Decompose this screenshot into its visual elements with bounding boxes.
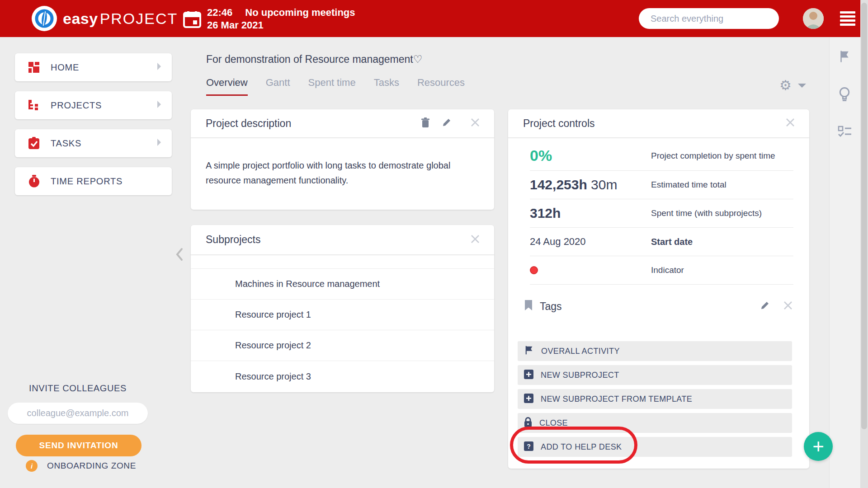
action-add-to-help-desk[interactable]: ? ADD TO HELP DESK (518, 437, 792, 457)
easy-project-logo[interactable]: easyPROJECT (32, 6, 178, 31)
stat-row-spent: 312h Spent time (with subprojects) (530, 199, 793, 228)
completion-value: 0% (530, 147, 651, 164)
project-action-list: OVERALL ACTIVITY NEW SUBPROJECT NEW SUBP… (518, 341, 792, 461)
tags-section-header: Tags (524, 300, 793, 313)
stat-row-completion: 0% Project completion by spent time (530, 138, 793, 171)
indicator-dot (530, 266, 651, 274)
collapse-sidebar-chevron[interactable] (175, 248, 184, 263)
card-title: Project description (206, 117, 291, 130)
gear-icon[interactable]: ⚙ (779, 79, 792, 92)
trash-icon[interactable] (421, 117, 430, 130)
projects-tree-icon (27, 99, 41, 111)
chevron-right-icon (156, 100, 162, 110)
brand-text: easyPROJECT (63, 10, 178, 28)
project-description-card: Project description A simple project por… (191, 109, 494, 210)
chevron-right-icon (156, 62, 162, 72)
project-description-text: A simple project portfolio with long tas… (191, 138, 494, 188)
stopwatch-icon (27, 175, 41, 188)
card-header: Subprojects (191, 225, 494, 255)
tab-resources[interactable]: Resources (417, 77, 465, 96)
page-scrollbar[interactable] (860, 0, 868, 488)
favorite-heart-icon[interactable]: ♡ (413, 53, 423, 65)
meetings-status: No upcoming meetings (245, 7, 355, 18)
tab-spent-time[interactable]: Spent time (308, 77, 356, 96)
caret-down-icon[interactable] (798, 84, 806, 88)
hamburger-menu-icon[interactable] (840, 11, 855, 28)
svg-text:?: ? (527, 442, 531, 450)
scrollbar-thumb[interactable] (861, 3, 867, 429)
search-input[interactable] (639, 8, 779, 29)
subproject-link[interactable]: Machines in Resource management (191, 269, 494, 300)
sidebar-item-label: TASKS (51, 138, 81, 149)
sidebar-item-label: PROJECTS (51, 100, 102, 111)
right-tool-rail (829, 37, 860, 488)
subproject-link[interactable]: Resource project 2 (191, 330, 494, 361)
sidebar-item-home[interactable]: HOME (15, 53, 172, 81)
close-icon[interactable] (783, 300, 793, 313)
current-date: 26 Mar 2021 (207, 19, 355, 32)
user-avatar[interactable] (803, 8, 824, 29)
close-icon[interactable] (470, 234, 481, 246)
plus-square-icon (524, 394, 533, 405)
estimated-value: 142,253h 30m (530, 177, 651, 192)
action-new-subproject-from-template[interactable]: NEW SUBPROJECT FROM TEMPLATE (518, 389, 792, 409)
subprojects-card: Subprojects Machines in Resource managem… (191, 225, 494, 392)
lock-icon (524, 417, 532, 429)
project-tabs: Overview Gantt Spent time Tasks Resource… (206, 77, 465, 96)
close-icon[interactable] (470, 117, 481, 130)
top-header-bar: easyPROJECT 22:46No upcoming meetings 26… (0, 0, 860, 37)
flag-icon (524, 345, 534, 357)
brand-project: PROJECT (100, 10, 178, 27)
sidebar-item-tasks[interactable]: TASKS (15, 129, 172, 157)
spacer (191, 255, 494, 269)
bookmark-icon (524, 300, 533, 313)
edit-pencil-icon[interactable] (760, 300, 770, 312)
current-time: 22:46 (207, 7, 232, 18)
invite-email-field[interactable] (8, 403, 148, 424)
completion-label: Project completion by spent time (651, 151, 775, 161)
estimated-label: Estimated time total (651, 180, 726, 190)
tags-title: Tags (540, 300, 562, 313)
edit-pencil-icon[interactable] (442, 117, 452, 129)
sidebar-item-label: TIME REPORTS (51, 176, 123, 187)
action-close-project[interactable]: CLOSE (518, 413, 792, 433)
checklist-icon[interactable] (838, 126, 852, 140)
action-overall-activity[interactable]: OVERALL ACTIVITY (518, 341, 792, 361)
page-title: For demonstration of Resource management… (206, 53, 422, 66)
card-title: Project controls (523, 117, 595, 130)
project-controls-card: Project controls 0% Project completion b… (508, 109, 809, 469)
tab-gantt[interactable]: Gantt (266, 77, 290, 96)
start-date-label: Start date (651, 237, 693, 247)
lightbulb-icon[interactable] (838, 87, 851, 104)
project-title-text: For demonstration of Resource management (206, 53, 413, 65)
sidebar-item-label: HOME (51, 62, 79, 73)
subproject-link[interactable]: Resource project 3 (191, 361, 494, 392)
calendar-icon[interactable] (183, 11, 201, 30)
clock-meetings-block[interactable]: 22:46No upcoming meetings 26 Mar 2021 (207, 6, 355, 32)
home-dashboard-icon (27, 61, 41, 73)
question-square-icon: ? (524, 441, 533, 453)
onboarding-zone-label: ONBOARDING ZONE (47, 461, 136, 471)
red-indicator-icon (530, 266, 538, 274)
send-invitation-button[interactable]: SEND INVITATION (16, 435, 142, 456)
card-title: Subprojects (206, 234, 260, 246)
start-date-value: 24 Aug 2020 (530, 236, 651, 248)
action-new-subproject[interactable]: NEW SUBPROJECT (518, 365, 792, 385)
page-settings-control[interactable]: ⚙ (779, 79, 806, 92)
card-header: Project controls (508, 109, 809, 138)
stat-row-start-date: 24 Aug 2020 Start date (530, 228, 793, 256)
sidebar-item-projects[interactable]: PROJECTS (15, 91, 172, 119)
add-fab-button[interactable]: + (804, 432, 833, 461)
tab-tasks[interactable]: Tasks (374, 77, 399, 96)
stat-row-estimated: 142,253h 30m Estimated time total (530, 171, 793, 199)
info-icon: i (26, 460, 38, 472)
subproject-link[interactable]: Resource project 1 (191, 300, 494, 330)
card-header: Project description (191, 109, 494, 138)
tab-overview[interactable]: Overview (206, 77, 248, 96)
flag-icon[interactable] (838, 50, 851, 65)
onboarding-zone-link[interactable]: i ONBOARDING ZONE (26, 460, 136, 472)
chevron-right-icon (156, 138, 162, 148)
close-icon[interactable] (785, 117, 796, 130)
sidebar-item-time-reports[interactable]: TIME REPORTS (15, 167, 172, 195)
plus-square-icon (524, 370, 533, 381)
